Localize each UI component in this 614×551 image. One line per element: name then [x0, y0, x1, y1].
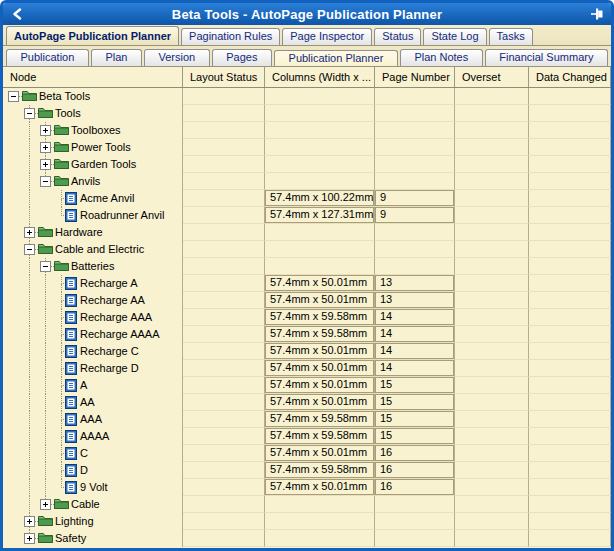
cell-overset	[455, 428, 529, 445]
tab-publication[interactable]: Publication	[6, 49, 89, 66]
table-header: NodeLayout StatusColumns (Width x ...Pag…	[3, 67, 611, 88]
expand-toggle-icon[interactable]	[40, 159, 51, 170]
cell-overset	[455, 326, 529, 343]
cell-page-number: 15	[375, 411, 455, 428]
cell-overset	[455, 275, 529, 292]
tree-table-body: Beta ToolsToolsToolboxesPower ToolsGarde…	[3, 88, 611, 548]
cell-node: Recharge A	[3, 275, 183, 292]
folder-icon	[38, 107, 53, 119]
cell-page-number: 9	[375, 207, 455, 224]
table-row[interactable]: AAA57.4mm x 59.58mm15	[3, 411, 611, 428]
cell-data-changed	[529, 360, 611, 377]
folder-icon	[54, 260, 69, 272]
tab-page-inspector[interactable]: Page Inspector	[282, 28, 372, 45]
table-row[interactable]: Hardware	[3, 224, 611, 241]
expand-toggle-icon[interactable]	[24, 533, 35, 544]
cell-layout-status	[183, 326, 265, 343]
table-row[interactable]: 9 Volt57.4mm x 50.01mm16	[3, 479, 611, 496]
pin-button[interactable]	[587, 5, 607, 23]
expand-toggle-icon[interactable]	[24, 227, 35, 238]
folder-icon	[54, 141, 69, 153]
table-row[interactable]: A57.4mm x 50.01mm15	[3, 377, 611, 394]
cell-page-number: 14	[375, 343, 455, 360]
cell-overset	[455, 479, 529, 496]
cell-node: Toolboxes	[3, 122, 183, 139]
column-header-node[interactable]: Node	[3, 67, 183, 87]
collapse-toggle-icon[interactable]	[40, 261, 51, 272]
node-label: AAA	[80, 411, 102, 428]
node-label: Hardware	[55, 224, 103, 241]
table-row[interactable]: D57.4mm x 59.58mm16	[3, 462, 611, 479]
tab-version[interactable]: Version	[144, 49, 210, 66]
column-header-data-changed[interactable]: Data Changed	[529, 67, 611, 87]
column-header-columns-width-x[interactable]: Columns (Width x ...	[265, 67, 375, 87]
collapse-toggle-icon[interactable]	[24, 108, 35, 119]
tab-financial-summary[interactable]: Financial Summary	[485, 49, 608, 66]
tab-publication-planner[interactable]: Publication Planner	[274, 50, 398, 67]
cell-overset	[455, 258, 529, 275]
tab-plan[interactable]: Plan	[91, 49, 142, 66]
table-row[interactable]: C57.4mm x 50.01mm16	[3, 445, 611, 462]
table-row[interactable]: Tools	[3, 105, 611, 122]
table-row[interactable]: Recharge AAAA57.4mm x 59.58mm14	[3, 326, 611, 343]
tab-status[interactable]: Status	[374, 28, 421, 45]
expand-toggle-icon[interactable]	[24, 516, 35, 527]
push-pin-icon	[590, 7, 604, 21]
tab-autopage-publication-planner[interactable]: AutoPage Publication Planner	[6, 26, 179, 46]
cell-columns: 57.4mm x 59.58mm	[265, 428, 375, 445]
table-row[interactable]: Safety	[3, 530, 611, 547]
table-row[interactable]: Cable and Electric	[3, 241, 611, 258]
table-row[interactable]: Anvils	[3, 173, 611, 190]
column-header-page-number[interactable]: Page Number	[375, 67, 455, 87]
cell-columns: 57.4mm x 50.01mm	[265, 377, 375, 394]
column-header-overset[interactable]: Overset	[455, 67, 529, 87]
table-row[interactable]: Acme Anvil57.4mm x 100.22mm9	[3, 190, 611, 207]
document-icon	[65, 209, 77, 222]
cell-layout-status	[183, 411, 265, 428]
cell-columns	[265, 139, 375, 156]
cell-overset	[455, 241, 529, 258]
document-icon	[65, 430, 77, 443]
expand-toggle-icon[interactable]	[40, 125, 51, 136]
node-label: Cable	[71, 496, 100, 513]
table-row[interactable]: AA57.4mm x 50.01mm15	[3, 394, 611, 411]
collapse-toggle-icon[interactable]	[40, 176, 51, 187]
expand-toggle-icon[interactable]	[40, 142, 51, 153]
table-row[interactable]: Recharge AAA57.4mm x 59.58mm14	[3, 309, 611, 326]
back-button[interactable]	[7, 5, 27, 23]
tab-pagination-rules[interactable]: Pagination Rules	[181, 28, 280, 45]
cell-layout-status	[183, 207, 265, 224]
secondary-tabs: PublicationPlanVersionPagesPublication P…	[3, 46, 611, 67]
table-row[interactable]: Recharge AA57.4mm x 50.01mm13	[3, 292, 611, 309]
expand-toggle-icon[interactable]	[40, 499, 51, 510]
collapse-toggle-icon[interactable]	[24, 244, 35, 255]
cell-overset	[455, 411, 529, 428]
table-row[interactable]: Garden Tools	[3, 156, 611, 173]
table-row[interactable]: Batteries	[3, 258, 611, 275]
cell-data-changed	[529, 377, 611, 394]
table-row[interactable]: Lighting	[3, 513, 611, 530]
tab-pages[interactable]: Pages	[212, 49, 272, 66]
cell-node: Roadrunner Anvil	[3, 207, 183, 224]
tab-plan-notes[interactable]: Plan Notes	[400, 49, 483, 66]
node-label: Tools	[55, 105, 81, 122]
table-row[interactable]: Cable	[3, 496, 611, 513]
table-row[interactable]: Recharge C57.4mm x 50.01mm14	[3, 343, 611, 360]
table-row[interactable]: Toolboxes	[3, 122, 611, 139]
column-header-layout-status[interactable]: Layout Status	[183, 67, 265, 87]
table-row[interactable]: Recharge A57.4mm x 50.01mm13	[3, 275, 611, 292]
table-row[interactable]: Power Tools	[3, 139, 611, 156]
folder-icon	[54, 498, 69, 510]
cell-page-number	[375, 139, 455, 156]
tab-tasks[interactable]: Tasks	[489, 28, 533, 45]
cell-columns: 57.4mm x 127.31mm	[265, 207, 375, 224]
collapse-toggle-icon[interactable]	[8, 91, 19, 102]
table-row[interactable]: Recharge D57.4mm x 50.01mm14	[3, 360, 611, 377]
table-row[interactable]: Roadrunner Anvil57.4mm x 127.31mm9	[3, 207, 611, 224]
tab-state-log[interactable]: State Log	[423, 28, 486, 45]
cell-data-changed	[529, 530, 611, 547]
cell-node: Garden Tools	[3, 156, 183, 173]
table-row[interactable]: AAAA57.4mm x 59.58mm15	[3, 428, 611, 445]
cell-layout-status	[183, 241, 265, 258]
table-row[interactable]: Beta Tools	[3, 88, 611, 105]
